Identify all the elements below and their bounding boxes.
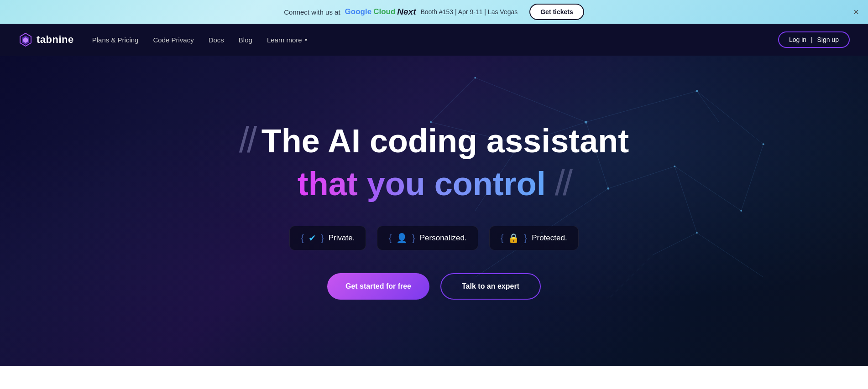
nav-links: Plans & Pricing Code Privacy Docs Blog L… [92,36,778,44]
svg-point-30 [474,77,476,79]
svg-line-17 [697,91,719,122]
nav-auth: Log in | Sign up [778,31,850,48]
svg-line-18 [653,233,697,255]
svg-point-22 [695,90,698,92]
svg-point-24 [674,166,675,167]
banner-cloud: Cloud [373,7,395,16]
svg-line-3 [475,78,586,122]
nav-docs[interactable]: Docs [209,36,224,44]
svg-line-4 [586,91,697,122]
nav-learn-more-dropdown[interactable]: Learn more ▼ [267,36,309,44]
hero-title-line2: that you control // [239,163,629,203]
pill-brace-left-1: { [301,233,304,244]
nav-code-privacy[interactable]: Code Privacy [153,36,193,44]
hero-title-line1: // The AI coding assistant [239,122,629,159]
pill-brace-left-3: { [501,233,504,244]
login-label: Log in [789,36,806,43]
pill-brace-right-1: } [321,233,324,244]
logo-icon [18,32,33,47]
svg-line-8 [675,166,741,211]
logo-link[interactable]: tabnine [18,32,74,47]
nav-learn-more-label: Learn more [267,36,302,44]
private-icon: ✔ [309,233,316,244]
feature-personalized-label: Personalized. [420,233,467,243]
svg-line-16 [431,78,475,122]
protected-icon: 🔒 [508,233,519,244]
svg-line-20 [741,144,763,211]
banner-details: Booth #153 | Apr 9-11 | Las Vegas [420,8,518,16]
feature-pills: { ✔ } Private. { 👤 } Personalized. { 🔒 }… [239,226,629,250]
banner-next: Next [397,7,416,17]
personalized-icon: 👤 [396,233,408,244]
hero-content: // The AI coding assistant that you cont… [239,122,629,300]
nav-blog[interactable]: Blog [239,36,252,44]
pill-brace-right-3: } [524,233,527,244]
svg-point-28 [696,232,698,234]
cta-buttons: Get started for free Talk to an expert [239,273,629,300]
feature-pill-protected: { 🔒 } Protected. [489,226,579,250]
top-banner: Connect with us at Google Cloud Next Boo… [0,0,868,24]
svg-line-12 [675,166,697,233]
nav-plans-pricing[interactable]: Plans & Pricing [92,36,139,44]
svg-point-26 [740,210,742,212]
signup-label: Sign up [817,36,839,43]
hero-title-text: The AI coding assistant [261,123,629,159]
chevron-down-icon: ▼ [304,37,309,42]
svg-line-5 [697,91,763,145]
hero-title-control: control [434,166,546,202]
feature-pill-personalized: { 👤 } Personalized. [377,226,478,250]
banner-google-cloud-next: Google Cloud Next [345,7,416,17]
hero-section: // The AI coding assistant that you cont… [0,56,868,366]
navbar: tabnine Plans & Pricing Code Privacy Doc… [0,24,868,56]
pill-brace-left-2: { [388,233,392,244]
svg-line-13 [697,233,763,277]
banner-connect-text: Connect with us at [284,8,340,16]
feature-protected-label: Protected. [532,233,567,243]
auth-separator: | [811,36,813,43]
banner-google: Google [345,7,372,16]
hero-title-you: you [367,166,425,202]
get-started-button[interactable]: Get started for free [327,273,429,300]
feature-pill-private: { ✔ } Private. [289,226,366,250]
hero-slash-close: // [555,162,570,203]
close-banner-button[interactable]: × [853,7,859,17]
banner-content: Connect with us at Google Cloud Next Boo… [284,4,584,20]
svg-point-29 [762,143,764,145]
logo-text: tabnine [37,34,74,46]
get-tickets-button[interactable]: Get tickets [529,4,584,20]
pill-brace-right-2: } [412,233,415,244]
auth-login-signup-button[interactable]: Log in | Sign up [778,31,850,48]
hero-title-that: that [298,166,358,202]
talk-to-expert-button[interactable]: Talk to an expert [440,273,541,300]
hero-slash-open: // [239,119,255,160]
feature-private-label: Private. [329,233,355,243]
